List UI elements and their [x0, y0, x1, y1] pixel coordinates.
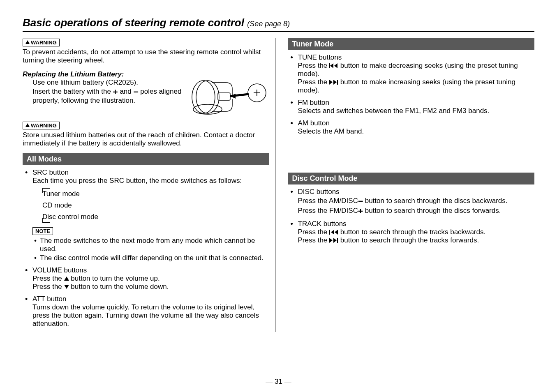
mode-cycle-diagram: Tuner mode CD mode Disc control mode [32, 188, 269, 223]
warning-label-1: WARNING [23, 39, 60, 46]
replacing-heading: Replacing the Lithium Battery: [23, 70, 184, 78]
svg-marker-10 [334, 63, 337, 68]
note-1: The mode switches to the next mode from … [32, 237, 269, 253]
tune-line-2: Press the button to make increasing seek… [298, 78, 535, 95]
svg-rect-14 [329, 230, 330, 235]
svg-rect-13 [337, 80, 338, 85]
tune-title: TUNE buttons [298, 53, 535, 62]
svg-marker-15 [331, 230, 334, 235]
svg-point-1 [196, 81, 219, 113]
tune-line-1: Press the button to make decreasing seek… [298, 62, 535, 78]
mode-cd: CD mode [42, 200, 269, 211]
left-column: WARNING To prevent accidents, do not att… [23, 38, 276, 332]
att-title: ATT button [32, 295, 269, 303]
svg-rect-2 [218, 93, 230, 100]
svg-marker-18 [333, 238, 337, 243]
disc-line-1: Press the AM/DISC− button to search thro… [298, 196, 535, 206]
track-line-1: Press the button to search through the t… [298, 228, 535, 236]
svg-marker-11 [329, 80, 333, 85]
right-column: Tuner Mode TUNE buttons Press the button… [288, 38, 535, 332]
next-track-icon [329, 79, 338, 85]
svg-rect-19 [337, 238, 338, 243]
disc-title: DISC buttons [298, 188, 535, 196]
down-arrow-icon [64, 285, 69, 289]
src-button-body: Each time you press the SRC button, the … [32, 177, 269, 185]
svg-marker-12 [333, 80, 337, 85]
plus-icon: + [113, 87, 118, 97]
title-main: Basic operations of steering remote cont… [23, 16, 244, 29]
disc-line-2: Press the FM/DISC+ button to search thro… [298, 206, 535, 216]
replacing-line-2: Insert the battery with the + and − pole… [32, 87, 184, 105]
src-button-title: SRC button [32, 168, 269, 177]
warning-1-text: To prevent accidents, do not attempt to … [23, 48, 269, 65]
volume-title: VOLUME buttons [32, 266, 269, 274]
minus-icon: − [133, 87, 138, 97]
track-title: TRACK buttons [298, 220, 535, 228]
svg-point-7 [193, 104, 222, 114]
tuner-mode-header: Tuner Mode [288, 38, 535, 50]
svg-point-0 [192, 81, 215, 113]
warning-label-2: WARNING [23, 122, 60, 129]
note-label: NOTE [32, 227, 53, 235]
am-title: AM button [298, 119, 535, 127]
volume-line-1: Press the button to turn the volume up. [32, 274, 269, 283]
plus-icon: + [358, 206, 363, 216]
svg-marker-17 [329, 238, 333, 243]
note-2: The disc control mode will differ depend… [32, 254, 269, 262]
all-modes-header: All Modes [23, 153, 269, 165]
replacing-line-1: Use one lithium battery (CR2025). [32, 78, 184, 87]
svg-rect-8 [329, 63, 330, 68]
volume-line-2: Press the button to turn the volume down… [32, 283, 269, 291]
fm-body: Selects and switches between the FM1, FM… [298, 107, 535, 115]
prev-track-icon [329, 63, 338, 69]
next-track-icon [329, 238, 338, 243]
mode-tuner: Tuner mode [42, 188, 269, 200]
prev-track-icon [329, 229, 338, 235]
svg-marker-9 [330, 63, 333, 68]
track-line-2: Press the button to search through the t… [298, 236, 535, 244]
svg-marker-16 [335, 230, 338, 235]
am-body: Selects the AM band. [298, 127, 535, 136]
title-sub: (See page 8) [247, 20, 290, 28]
up-arrow-icon [64, 277, 69, 281]
warning-2-text: Store unused lithium batteries out of th… [23, 131, 269, 148]
page-title: Basic operations of steering remote cont… [23, 16, 534, 32]
mode-disc: Disc control mode [42, 211, 269, 223]
minus-icon: − [358, 196, 363, 206]
page-number: — 31 — [266, 378, 291, 386]
att-body: Turns down the volume quickly. To return… [32, 303, 269, 328]
disc-mode-header: Disc Control Mode [288, 173, 535, 184]
fm-title: FM button [298, 99, 535, 107]
svg-marker-3 [230, 94, 236, 99]
battery-illustration [187, 70, 269, 115]
